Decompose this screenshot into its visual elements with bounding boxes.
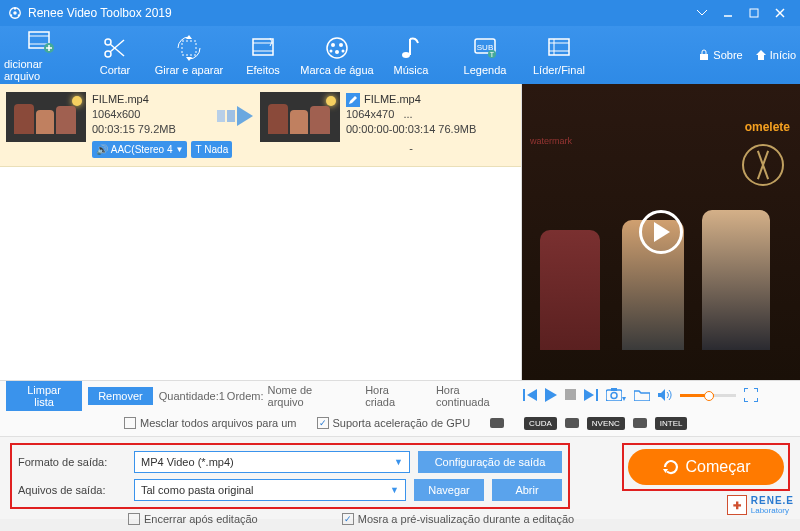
volume-icon[interactable]	[658, 389, 672, 403]
next-button[interactable]	[584, 389, 598, 403]
stop-button[interactable]	[565, 389, 576, 402]
arrow-icon	[210, 92, 260, 128]
close-after-label: Encerrar após editação	[144, 513, 258, 525]
tool-intro-outro[interactable]: Líder/Final	[522, 34, 596, 76]
subtitle-icon: SUBT	[471, 34, 499, 62]
gpu-chip-icon	[490, 418, 504, 428]
svg-text:T: T	[490, 51, 495, 58]
merge-checkbox[interactable]	[124, 417, 136, 429]
refresh-icon	[662, 458, 680, 476]
output-settings-group: Formato de saída: MP4 Video (*.mp4)▼ Con…	[10, 443, 570, 509]
svg-point-25	[327, 38, 347, 58]
clear-list-button[interactable]: Limpar lista	[6, 381, 82, 411]
tool-label: Cortar	[100, 64, 131, 76]
gpu-chip-icon	[565, 418, 579, 428]
svg-point-1	[13, 11, 17, 15]
fullscreen-button[interactable]	[744, 388, 758, 404]
close-after-checkbox[interactable]	[128, 513, 140, 525]
gpu-label: Suporta aceleração de GPU	[333, 417, 471, 429]
svg-point-4	[10, 14, 12, 16]
home-link[interactable]: Início	[755, 49, 796, 61]
order-label: Ordem:	[227, 390, 264, 402]
tool-label: Efeitos	[246, 64, 280, 76]
tool-label: dicionar arquivo	[4, 58, 78, 82]
maximize-button[interactable]	[742, 3, 766, 23]
tool-add-file[interactable]: dicionar arquivo	[4, 28, 78, 82]
open-folder-button[interactable]	[634, 389, 650, 403]
play-overlay-icon[interactable]	[639, 210, 683, 254]
show-preview-checkbox[interactable]: ✓	[342, 513, 354, 525]
order-by-name[interactable]: Nome de arquivo	[268, 384, 352, 408]
tool-label: Música	[394, 64, 429, 76]
svg-rect-6	[750, 9, 758, 17]
volume-slider[interactable]	[680, 394, 736, 397]
source-resolution: 1064x600	[92, 107, 210, 122]
svg-marker-44	[527, 389, 537, 401]
intel-badge: INTEL	[655, 417, 688, 430]
music-icon	[397, 34, 425, 62]
video-preview[interactable]: watermark omelete	[522, 84, 800, 380]
close-button[interactable]	[768, 3, 792, 23]
brand-watermark: ✚ RENE.E Laboratory	[727, 495, 794, 515]
crop-rotate-icon	[175, 34, 203, 62]
gpu-chip-icon	[633, 418, 647, 428]
svg-marker-45	[545, 388, 557, 402]
subtitle-tag[interactable]: T Nada	[191, 141, 232, 158]
output-config-button[interactable]: Configuração de saída	[418, 451, 562, 473]
browse-button[interactable]: Navegar	[414, 479, 484, 501]
snapshot-button[interactable]: ▾	[606, 388, 626, 403]
lock-icon	[698, 49, 710, 61]
svg-marker-47	[584, 389, 594, 401]
svg-rect-49	[606, 390, 622, 401]
output-duration-size: 00:00:00-00:03:14 76.9MB	[346, 122, 476, 137]
output-folder-combo[interactable]: Tal como pasta original▼	[134, 479, 406, 501]
tool-watermark[interactable]: Marca de água	[300, 34, 374, 76]
tool-effects[interactable]: Efeitos	[226, 34, 300, 76]
tool-music[interactable]: Música	[374, 34, 448, 76]
edit-icon[interactable]	[346, 93, 360, 107]
file-list-panel: FILME.mp4 1064x600 00:03:15 79.2MB 🔊 AAC…	[0, 84, 522, 380]
play-button[interactable]	[545, 388, 557, 404]
open-button[interactable]: Abrir	[492, 479, 562, 501]
watermark-icon	[323, 34, 351, 62]
audio-tag[interactable]: 🔊 AAC(Stereo 4▼	[92, 141, 187, 158]
prev-button[interactable]	[523, 389, 537, 403]
svg-rect-41	[700, 54, 708, 60]
tool-subtitle[interactable]: SUBT Legenda	[448, 34, 522, 76]
source-filename: FILME.mp4	[92, 92, 210, 107]
output-resolution: 1064x470	[346, 108, 394, 120]
svg-rect-48	[596, 389, 598, 401]
order-by-created[interactable]: Hora criada	[365, 384, 422, 408]
svg-marker-52	[658, 389, 665, 401]
output-res-extra: ...	[404, 108, 413, 120]
order-by-continued[interactable]: Hora continuada	[436, 384, 517, 408]
svg-rect-46	[565, 389, 576, 400]
output-format-combo[interactable]: MP4 Video (*.mp4)▼	[134, 451, 410, 473]
gpu-checkbox[interactable]: ✓	[317, 417, 329, 429]
output-folder-label: Aquivos de saída:	[18, 484, 126, 496]
nvenc-badge: NVENC	[587, 417, 625, 430]
tool-cut[interactable]: Cortar	[78, 34, 152, 76]
show-preview-label: Mosra a pré-visualização durante a edita…	[358, 513, 574, 525]
svg-point-26	[331, 43, 335, 47]
tool-rotate-crop[interactable]: Girar e aparar	[152, 34, 226, 76]
scissors-icon	[101, 34, 129, 62]
effects-icon	[249, 34, 277, 62]
svg-rect-43	[523, 389, 525, 401]
chevron-down-icon: ▼	[390, 485, 399, 495]
start-button[interactable]: Começar	[628, 449, 784, 485]
chevron-down-icon: ▼	[394, 457, 403, 467]
remove-button[interactable]: Remover	[88, 387, 153, 405]
start-group: Começar	[622, 443, 790, 491]
merge-label: Mesclar todos arquivos para um	[140, 417, 297, 429]
dropdown-button[interactable]	[690, 3, 714, 23]
source-duration-size: 00:03:15 79.2MB	[92, 122, 210, 137]
svg-rect-22	[253, 39, 273, 55]
watermark-text: watermark	[530, 136, 572, 146]
svg-point-28	[335, 50, 339, 54]
file-row[interactable]: FILME.mp4 1064x600 00:03:15 79.2MB 🔊 AAC…	[0, 84, 521, 167]
minimize-button[interactable]	[716, 3, 740, 23]
output-thumbnail	[260, 92, 340, 142]
about-link[interactable]: Sobre	[698, 49, 742, 61]
brand-text: omelete	[745, 120, 790, 134]
